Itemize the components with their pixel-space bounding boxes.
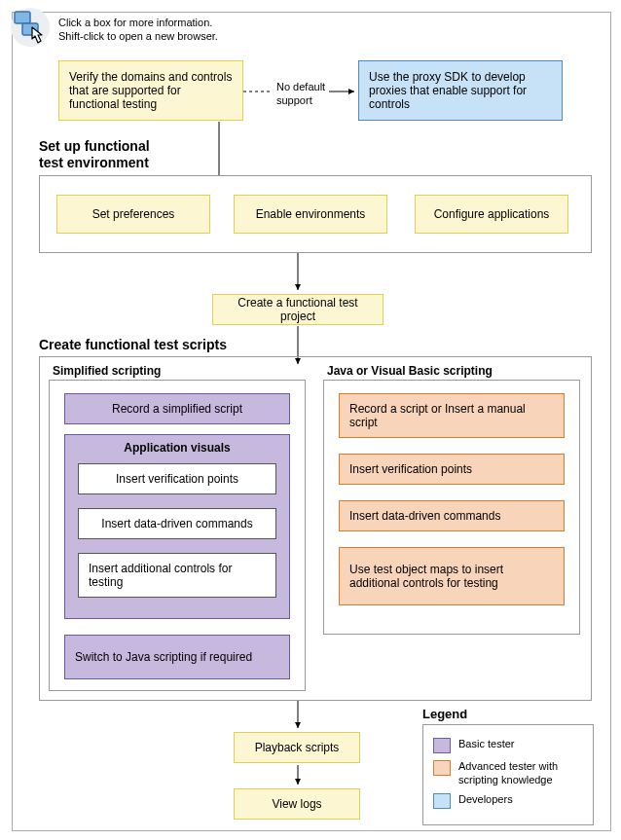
sim-data-driven-label: Insert data-driven commands: [101, 517, 252, 530]
jvb-verify-label: Insert verification points: [349, 462, 472, 476]
playback-box[interactable]: Playback scripts: [234, 732, 360, 763]
enable-environments-box[interactable]: Enable environments: [234, 195, 387, 234]
legend-advanced: Advanced tester with scripting knowledge: [433, 759, 583, 786]
legend-dev: Developers: [433, 792, 583, 809]
legend-swatch-orange: [433, 760, 451, 776]
svg-rect-8: [15, 12, 30, 23]
create-project-label: Create a functional test project: [223, 296, 373, 323]
legend-dev-label: Developers: [458, 792, 513, 806]
hint-text: Click a box for more information. Shift-…: [58, 16, 350, 43]
view-logs-box[interactable]: View logs: [234, 788, 360, 820]
sim-additional-box[interactable]: Insert additional controls for testing: [78, 553, 276, 598]
set-preferences-label: Set preferences: [92, 207, 175, 221]
sim-verify-box[interactable]: Insert verification points: [78, 463, 276, 494]
hint-line2: Shift-click to open a new browser.: [58, 29, 350, 43]
configure-applications-label: Configure applications: [434, 207, 550, 221]
verify-domains-label: Verify the domains and controls that are…: [69, 70, 233, 111]
legend-advanced-label: Advanced tester with scripting knowledge: [458, 759, 583, 786]
switch-java-box[interactable]: Switch to Java scripting if required: [64, 635, 290, 679]
hint-line1: Click a box for more information.: [58, 16, 350, 29]
jvb-obj-maps-box[interactable]: Use test object maps to insert additiona…: [339, 547, 565, 605]
switch-java-label: Switch to Java scripting if required: [75, 650, 252, 664]
jvb-obj-maps-label: Use test object maps to insert additiona…: [349, 563, 554, 590]
no-default-label: No default support: [276, 80, 335, 107]
create-scripts-heading: Create functional test scripts: [39, 337, 331, 352]
jvb-verify-box[interactable]: Insert verification points: [339, 454, 565, 485]
diagram-root: Click a box for more information. Shift-…: [0, 0, 621, 840]
info-icon: [9, 6, 52, 49]
proxy-sdk-label: Use the proxy SDK to develop proxies tha…: [369, 70, 552, 111]
java-vb-title: Java or Visual Basic scripting: [327, 364, 493, 378]
legend-title: Legend: [422, 707, 467, 721]
set-preferences-box[interactable]: Set preferences: [56, 195, 210, 234]
create-project-box[interactable]: Create a functional test project: [212, 294, 384, 325]
legend-box: Basic tester Advanced tester with script…: [422, 724, 594, 825]
legend-swatch-purple: [433, 738, 451, 753]
sim-verify-label: Insert verification points: [116, 472, 238, 486]
verify-domains-box[interactable]: Verify the domains and controls that are…: [58, 60, 243, 121]
view-logs-label: View logs: [272, 797, 321, 811]
record-simplified-box[interactable]: Record a simplified script: [64, 393, 290, 424]
jvb-record-label: Record a script or Insert a manual scrip…: [349, 402, 554, 429]
simplified-title: Simplified scripting: [53, 364, 161, 378]
playback-label: Playback scripts: [255, 741, 340, 754]
record-simplified-label: Record a simplified script: [112, 402, 242, 416]
jvb-data-driven-label: Insert data-driven commands: [349, 509, 500, 523]
setup-env-heading: Set up functional test environment: [39, 138, 234, 171]
enable-environments-label: Enable environments: [256, 207, 366, 221]
app-visuals-title: Application visuals: [75, 441, 279, 455]
configure-applications-box[interactable]: Configure applications: [415, 195, 568, 234]
legend-swatch-blue: [433, 793, 451, 809]
jvb-data-driven-box[interactable]: Insert data-driven commands: [339, 500, 565, 531]
legend-basic: Basic tester: [433, 737, 583, 753]
legend-basic-label: Basic tester: [458, 737, 514, 750]
sim-additional-label: Insert additional controls for testing: [89, 562, 266, 589]
sim-data-driven-box[interactable]: Insert data-driven commands: [78, 508, 276, 539]
proxy-sdk-box[interactable]: Use the proxy SDK to develop proxies tha…: [358, 60, 563, 121]
jvb-record-box[interactable]: Record a script or Insert a manual scrip…: [339, 393, 565, 438]
